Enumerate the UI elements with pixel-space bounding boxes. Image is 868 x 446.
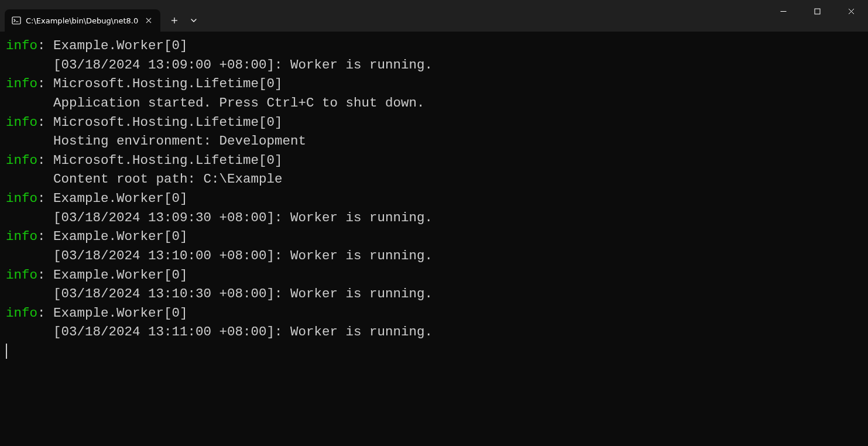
log-message: Hosting environment: Development (6, 132, 862, 151)
window-controls (766, 0, 868, 23)
log-line: info: Microsoft.Hosting.Lifetime[0] (6, 151, 862, 170)
log-level: info (6, 76, 37, 91)
log-level: info (6, 191, 37, 206)
tabs-region: C:\Example\bin\Debug\net8.0 (5, 5, 203, 32)
log-message: [03/18/2024 13:10:00 +08:00]: Worker is … (6, 246, 862, 266)
svg-rect-7 (815, 9, 820, 14)
log-level: info (6, 153, 37, 168)
tab-close-button[interactable] (143, 15, 155, 26)
log-separator: : (37, 229, 53, 244)
terminal-icon (12, 16, 21, 25)
log-line: info: Example.Worker[0] (6, 304, 862, 323)
log-line: info: Example.Worker[0] (6, 227, 862, 246)
log-message: Content root path: C:\Example (6, 170, 862, 189)
log-separator: : (37, 267, 53, 283)
minimize-button[interactable] (766, 0, 800, 22)
log-separator: : (37, 306, 53, 321)
log-level: info (6, 38, 37, 53)
log-category: Example.Worker[0] (53, 38, 188, 53)
log-category: Example.Worker[0] (53, 191, 188, 206)
log-category: Microsoft.Hosting.Lifetime[0] (53, 76, 283, 91)
log-level: info (6, 115, 37, 130)
tab-dropdown-button[interactable] (185, 10, 203, 31)
log-message: [03/18/2024 13:09:00 +08:00]: Worker is … (6, 56, 862, 75)
log-category: Microsoft.Hosting.Lifetime[0] (53, 153, 283, 168)
log-message: [03/18/2024 13:09:30 +08:00]: Worker is … (6, 208, 862, 228)
new-tab-button[interactable] (164, 10, 185, 31)
svg-rect-0 (12, 17, 20, 24)
log-category: Example.Worker[0] (53, 306, 188, 321)
log-separator: : (37, 38, 53, 53)
log-category: Example.Worker[0] (53, 229, 188, 244)
log-level: info (6, 306, 37, 321)
maximize-button[interactable] (800, 0, 834, 22)
log-message: [03/18/2024 13:10:30 +08:00]: Worker is … (6, 284, 862, 304)
log-line: info: Microsoft.Hosting.Lifetime[0] (6, 74, 862, 94)
log-separator: : (37, 76, 53, 91)
log-line: info: Microsoft.Hosting.Lifetime[0] (6, 113, 862, 132)
tab-title: C:\Example\bin\Debug\net8.0 (26, 16, 138, 25)
log-category: Example.Worker[0] (53, 267, 188, 283)
log-separator: : (37, 115, 53, 130)
close-button[interactable] (834, 0, 868, 22)
titlebar: C:\Example\bin\Debug\net8.0 (0, 0, 868, 32)
log-message: Application started. Press Ctrl+C to shu… (6, 94, 862, 113)
tab-active[interactable]: C:\Example\bin\Debug\net8.0 (5, 9, 160, 32)
log-line: info: Example.Worker[0] (6, 36, 862, 56)
log-category: Microsoft.Hosting.Lifetime[0] (53, 115, 283, 130)
log-level: info (6, 267, 37, 283)
log-separator: : (37, 191, 53, 206)
log-line: info: Example.Worker[0] (6, 266, 862, 285)
log-separator: : (37, 153, 53, 168)
log-level: info (6, 229, 37, 244)
terminal-cursor (6, 344, 7, 359)
log-line: info: Example.Worker[0] (6, 189, 862, 208)
terminal-output[interactable]: info: Example.Worker[0] [03/18/2024 13:0… (0, 32, 868, 446)
log-message: [03/18/2024 13:11:00 +08:00]: Worker is … (6, 323, 862, 342)
